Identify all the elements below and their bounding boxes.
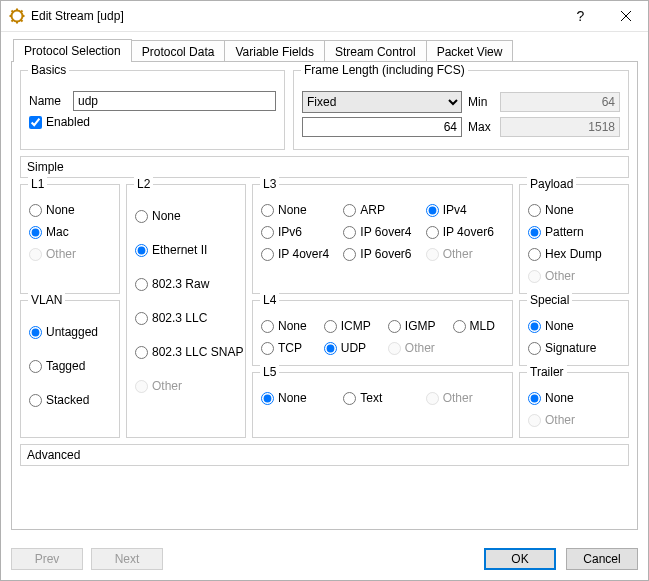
l1-none[interactable]: None: [29, 203, 111, 217]
group-basics: Basics Name Enabled: [20, 70, 285, 150]
svg-line-7: [21, 11, 23, 13]
group-vlan-legend: VLAN: [28, 293, 65, 307]
l1-mac[interactable]: Mac: [29, 225, 111, 239]
tab-stream-control[interactable]: Stream Control: [324, 40, 427, 62]
group-l2-legend: L2: [134, 177, 153, 191]
min-input: [500, 92, 620, 112]
payload-none[interactable]: None: [528, 203, 620, 217]
app-icon: [9, 8, 25, 24]
protocol-grid: L1 None Mac Other VLAN Untagged Tagged S…: [20, 184, 629, 438]
close-button[interactable]: [603, 1, 648, 31]
name-input[interactable]: [73, 91, 276, 111]
l3-ip6o4[interactable]: IP 6over4: [343, 225, 421, 239]
group-special-legend: Special: [527, 293, 572, 307]
group-payload: Payload None Pattern Hex Dump Other: [519, 184, 629, 294]
l2-other: Other: [135, 379, 237, 393]
tab-variable-fields[interactable]: Variable Fields: [224, 40, 324, 62]
l4-mld[interactable]: MLD: [453, 319, 504, 333]
l2-llc[interactable]: 802.3 LLC: [135, 311, 237, 325]
trailer-other: Other: [528, 413, 620, 427]
enabled-checkbox[interactable]: [29, 116, 42, 129]
tab-protocol-data[interactable]: Protocol Data: [131, 40, 226, 62]
svg-line-5: [12, 11, 14, 13]
group-l2: L2 None Ethernet II 802.3 Raw 802.3 LLC …: [126, 184, 246, 438]
group-trailer-legend: Trailer: [527, 365, 567, 379]
max-input: [500, 117, 620, 137]
vlan-untagged[interactable]: Untagged: [29, 325, 111, 339]
name-label: Name: [29, 94, 67, 108]
group-frame-length-legend: Frame Length (including FCS): [301, 63, 468, 77]
special-signature[interactable]: Signature: [528, 341, 620, 355]
prev-button: Prev: [11, 548, 83, 570]
edit-stream-dialog: Edit Stream [udp] ? Protocol Selection P…: [0, 0, 649, 581]
payload-hexdump[interactable]: Hex Dump: [528, 247, 620, 261]
l5-none[interactable]: None: [261, 391, 339, 405]
section-simple[interactable]: Simple: [20, 156, 629, 178]
group-l5-legend: L5: [260, 365, 279, 379]
l2-raw[interactable]: 802.3 Raw: [135, 277, 237, 291]
l4-tcp[interactable]: TCP: [261, 341, 316, 355]
group-l4: L4 None ICMP IGMP MLD TCP UDP Other: [252, 300, 513, 366]
group-basics-legend: Basics: [28, 63, 69, 77]
tabstrip-filler: [512, 39, 638, 62]
titlebar: Edit Stream [udp] ?: [1, 1, 648, 32]
l5-other: Other: [426, 391, 504, 405]
l4-icmp[interactable]: ICMP: [324, 319, 380, 333]
special-none[interactable]: None: [528, 319, 620, 333]
group-frame-length: Frame Length (including FCS) Fixed Min M…: [293, 70, 629, 150]
group-vlan: VLAN Untagged Tagged Stacked: [20, 300, 120, 438]
svg-line-8: [12, 20, 14, 22]
group-l1: L1 None Mac Other: [20, 184, 120, 294]
group-payload-legend: Payload: [527, 177, 576, 191]
enabled-label: Enabled: [46, 115, 90, 129]
l3-arp[interactable]: ARP: [343, 203, 421, 217]
l2-eth2[interactable]: Ethernet II: [135, 243, 237, 257]
tabpage-protocol-selection: Basics Name Enabled Frame Length (includ…: [11, 61, 638, 530]
l3-ip4o6[interactable]: IP 4over6: [426, 225, 504, 239]
vlan-stacked[interactable]: Stacked: [29, 393, 111, 407]
ok-button[interactable]: OK: [484, 548, 556, 570]
l4-other: Other: [388, 341, 445, 355]
l4-igmp[interactable]: IGMP: [388, 319, 445, 333]
l2-snap[interactable]: 802.3 LLC SNAP: [135, 345, 237, 359]
group-special: Special None Signature: [519, 300, 629, 366]
group-trailer: Trailer None Other: [519, 372, 629, 438]
payload-pattern[interactable]: Pattern: [528, 225, 620, 239]
frame-length-mode-select[interactable]: Fixed: [302, 91, 462, 113]
group-l3-legend: L3: [260, 177, 279, 191]
section-advanced[interactable]: Advanced: [20, 444, 629, 466]
svg-line-6: [21, 20, 23, 22]
l3-ipv6[interactable]: IPv6: [261, 225, 339, 239]
l3-other: Other: [426, 247, 504, 261]
group-l3: L3 None ARP IPv4 IPv6 IP 6over4 IP 4over…: [252, 184, 513, 294]
help-button[interactable]: ?: [558, 1, 603, 31]
tab-packet-view[interactable]: Packet View: [426, 40, 514, 62]
group-l4-legend: L4: [260, 293, 279, 307]
frame-length-input[interactable]: [302, 117, 462, 137]
tabstrip: Protocol Selection Protocol Data Variabl…: [13, 40, 638, 62]
l3-none[interactable]: None: [261, 203, 339, 217]
l3-ipv4[interactable]: IPv4: [426, 203, 504, 217]
tab-protocol-selection[interactable]: Protocol Selection: [13, 39, 132, 62]
l4-udp[interactable]: UDP: [324, 341, 380, 355]
l3-ip4o4[interactable]: IP 4over4: [261, 247, 339, 261]
l5-text[interactable]: Text: [343, 391, 421, 405]
trailer-none[interactable]: None: [528, 391, 620, 405]
next-button: Next: [91, 548, 163, 570]
payload-other: Other: [528, 269, 620, 283]
window-title: Edit Stream [udp]: [31, 9, 558, 23]
min-label: Min: [468, 95, 494, 109]
vlan-tagged[interactable]: Tagged: [29, 359, 111, 373]
cancel-button[interactable]: Cancel: [566, 548, 638, 570]
l4-none[interactable]: None: [261, 319, 316, 333]
l2-none[interactable]: None: [135, 209, 237, 223]
group-l1-legend: L1: [28, 177, 47, 191]
content-area: Protocol Selection Protocol Data Variabl…: [1, 32, 648, 540]
close-icon: [621, 11, 631, 21]
l3-ip6o6[interactable]: IP 6over6: [343, 247, 421, 261]
footer: Prev Next OK Cancel: [1, 540, 648, 580]
group-l5: L5 None Text Other: [252, 372, 513, 438]
max-label: Max: [468, 120, 494, 134]
l1-other: Other: [29, 247, 111, 261]
svg-point-9: [15, 14, 19, 18]
